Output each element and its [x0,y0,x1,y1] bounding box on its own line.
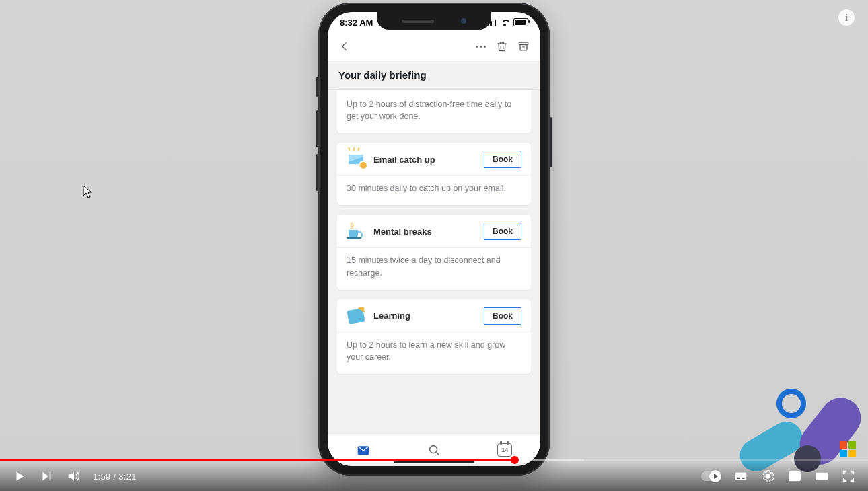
phone-side-button [316,110,318,147]
book-button[interactable]: Book [484,151,521,168]
svg-rect-7 [816,473,828,479]
phone-frame: 8:32 AM [318,3,550,476]
trash-icon[interactable] [495,39,509,54]
mouse-cursor [83,185,92,198]
phone-side-button [316,154,318,191]
cup-icon: § [347,223,365,239]
card-email-catchup: Email catch up Book 30 minutes daily to … [337,143,531,205]
book-icon [347,308,365,324]
phone-side-button [550,117,552,167]
captions-button[interactable] [733,469,748,484]
mail-icon [347,151,365,167]
fullscreen-button[interactable] [841,469,856,484]
nav-mail-icon[interactable] [355,441,372,459]
info-badge[interactable]: i [838,9,855,26]
nav-calendar-icon[interactable]: 14 [496,441,513,459]
card-desc: Up to 2 hours to learn a new skill and g… [337,332,531,374]
battery-icon [513,18,528,26]
volume-button[interactable] [66,469,81,484]
theater-button[interactable] [814,469,829,484]
svg-rect-3 [737,478,741,479]
scroll-body[interactable]: Up to 2 hours of distraction-free time d… [328,90,540,433]
wifi-icon [500,20,509,26]
phone-screen: 8:32 AM [328,12,540,466]
card-title: Email catch up [373,155,476,164]
card-desc: Up to 2 hours of distraction-free time d… [337,90,531,133]
card-mental-breaks: § Mental breaks Book 15 minutes twice a … [337,215,531,289]
card-desc: 30 minutes daily to catch up on your ema… [337,175,531,205]
play-button[interactable] [12,469,27,484]
player-controls: 1:59 / 3:21 [0,461,868,491]
back-icon[interactable] [337,39,352,54]
svg-rect-0 [519,42,528,44]
phone-side-button [316,77,318,97]
book-button[interactable]: Book [484,307,521,325]
phone-notch [377,12,491,30]
time-current: 1:59 [93,471,111,482]
archive-icon[interactable] [516,39,531,54]
card-title: Learning [373,311,476,320]
microsoft-logo [840,441,856,457]
next-button[interactable] [39,469,54,484]
card-focus-time: Up to 2 hours of distraction-free time d… [337,90,531,133]
book-button[interactable]: Book [484,223,521,240]
time-duration: 3:21 [118,471,137,482]
status-time: 8:32 AM [340,18,373,27]
viva-logo [721,387,856,468]
calendar-day: 14 [497,443,512,457]
autoplay-toggle[interactable] [701,471,721,481]
svg-rect-4 [742,478,745,479]
card-desc: 15 minutes twice a day to disconnect and… [337,247,531,289]
card-learning: Learning Book Up to 2 hours to learn a n… [337,299,531,374]
settings-button[interactable] [760,469,775,484]
video-stage: i 8:32 AM [0,0,868,491]
miniplayer-button[interactable] [787,469,802,484]
svg-point-1 [430,446,437,453]
time-display: 1:59 / 3:21 [93,472,137,481]
svg-rect-6 [795,476,799,480]
app-header [328,32,540,61]
nav-search-icon[interactable] [425,441,443,459]
page-title: Your daily briefing [328,61,540,90]
card-title: Mental breaks [373,227,476,236]
more-icon[interactable] [473,39,488,54]
svg-rect-2 [735,473,747,480]
